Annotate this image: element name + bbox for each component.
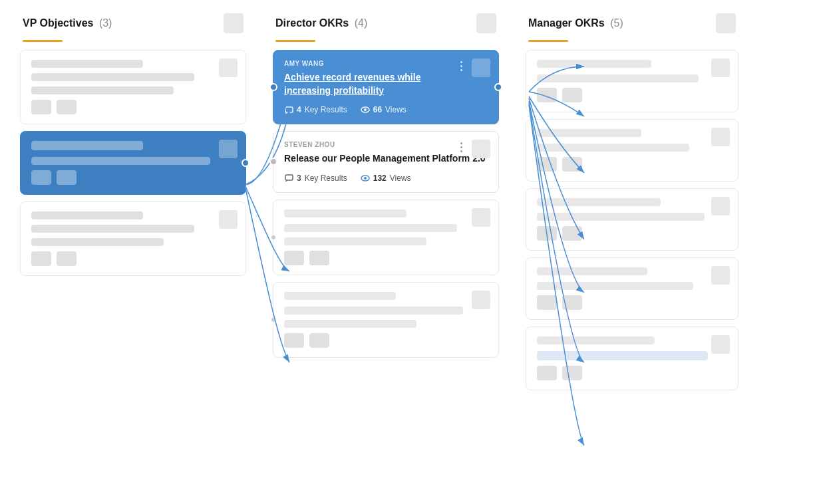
- director-card-3: [273, 199, 499, 275]
- director-card1-connector-left: [269, 83, 277, 91]
- manager-card4-btn[interactable]: [711, 266, 730, 285]
- manager-card-3: [526, 188, 738, 251]
- svg-rect-1: [285, 107, 293, 112]
- director-card1-title-line1: Achieve record revenues while: [284, 72, 420, 82]
- director-card1-views: 66 Views: [361, 105, 407, 114]
- manager-card3-btn[interactable]: [711, 197, 730, 215]
- director-card2-connector-left: [269, 158, 277, 166]
- chat-icon: [284, 105, 293, 114]
- vp-selected-connector-right: [242, 159, 249, 167]
- director-card1-title-line2: increasing profitability: [284, 85, 384, 96]
- vp-title-text: VP Objectives: [23, 17, 93, 29]
- manager-add-button[interactable]: [716, 13, 736, 33]
- manager-card-5: [526, 326, 738, 390]
- director-card-amy-wang[interactable]: AMY WANG Achieve record revenues while i…: [273, 50, 499, 124]
- director-card1-meta: 4 Key Results 66 Views: [284, 105, 488, 114]
- director-card2-views-label: Views: [390, 174, 411, 183]
- director-card-steven-zhou[interactable]: STEVEN ZHOU Release our People Managemen…: [273, 131, 499, 193]
- director-card4-btn[interactable]: [472, 291, 490, 309]
- director-card1-connector-right: [494, 83, 502, 91]
- director-card1-menu[interactable]: [458, 59, 465, 74]
- director-column-header: Director OKRs (4): [273, 13, 499, 33]
- vp-column-title: VP Objectives (3): [23, 17, 112, 29]
- manager-column-title: Manager OKRs (5): [528, 17, 623, 29]
- director-card1-views-count: 66: [373, 105, 382, 114]
- director-title-text: Director OKRs: [275, 17, 349, 29]
- svg-point-3: [364, 108, 367, 111]
- vp-underline: [23, 40, 63, 42]
- manager-column: Manager OKRs (5): [526, 13, 738, 491]
- manager-count: (5): [610, 17, 623, 29]
- director-card3-btn[interactable]: [472, 208, 490, 227]
- chat-icon-dark: [284, 174, 293, 183]
- director-card2-menu[interactable]: [458, 140, 465, 155]
- manager-column-header: Manager OKRs (5): [526, 13, 738, 33]
- manager-card-4: [526, 257, 738, 320]
- manager-underline: [528, 40, 568, 42]
- manager-card2-btn[interactable]: [711, 128, 730, 146]
- vp-count: (3): [99, 17, 112, 29]
- director-underline: [275, 40, 315, 42]
- director-card1-title[interactable]: Achieve record revenues while increasing…: [284, 71, 488, 97]
- director-card1-kr-label: Key Results: [305, 105, 347, 114]
- director-card1-corner-btn[interactable]: [472, 59, 490, 77]
- director-column: Director OKRs (4) AMY WANG Achieve recor…: [273, 13, 499, 491]
- director-count: (4): [355, 17, 368, 29]
- director-add-button[interactable]: [476, 13, 496, 33]
- director-card2-kr-count: 3: [297, 174, 301, 183]
- director-card2-views-count: 132: [373, 174, 387, 183]
- vp-card-3: [20, 201, 246, 276]
- director-card2-corner-btn[interactable]: [472, 140, 490, 158]
- svg-rect-4: [285, 175, 293, 180]
- vp-add-button[interactable]: [224, 13, 244, 33]
- vp-selected-card-btn[interactable]: [219, 140, 238, 158]
- manager-card5-btn[interactable]: [711, 335, 730, 354]
- eye-icon: [361, 105, 370, 114]
- vp-card-selected[interactable]: [20, 131, 246, 195]
- manager-card-1: [526, 50, 738, 112]
- director-card2-views: 132 Views: [361, 174, 411, 183]
- manager-card1-btn[interactable]: [711, 59, 730, 77]
- director-card1-kr-count: 4: [297, 105, 301, 114]
- director-card2-key-results: 3 Key Results: [284, 174, 347, 183]
- vp-card-1: [20, 50, 246, 124]
- manager-card-2: [526, 119, 738, 182]
- director-card1-key-results: 4 Key Results: [284, 105, 347, 114]
- eye-icon-dark: [361, 174, 370, 183]
- manager-title-text: Manager OKRs: [528, 17, 605, 29]
- director-card1-views-label: Views: [385, 105, 407, 114]
- vp-column-header: VP Objectives (3): [20, 13, 246, 33]
- svg-point-6: [364, 177, 367, 180]
- director-card2-meta: 3 Key Results 132 Views: [284, 174, 488, 183]
- vp-card-3-btn[interactable]: [219, 210, 238, 229]
- director-card-4: [273, 282, 499, 358]
- vp-column: VP Objectives (3): [20, 13, 246, 491]
- director-column-title: Director OKRs (4): [275, 17, 367, 29]
- director-card2-kr-label: Key Results: [305, 174, 347, 183]
- vp-card-1-btn[interactable]: [219, 59, 238, 77]
